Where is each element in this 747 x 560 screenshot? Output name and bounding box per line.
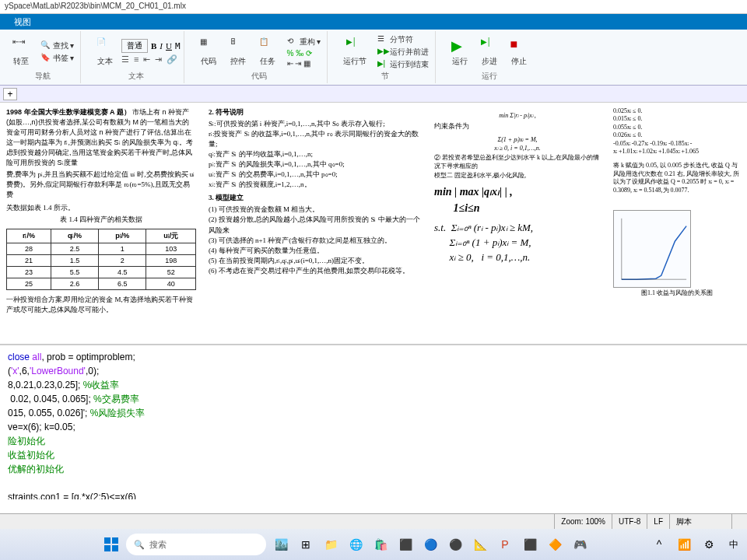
bold-button[interactable]: B [151, 41, 156, 51]
search-icon: 🔍 [134, 540, 145, 550]
chevron-down-icon: ▾ [70, 41, 74, 50]
table-header-row: rᵢ/% qᵢ/% pᵢ/% uᵢ/元 [7, 229, 196, 243]
chrome-icon[interactable]: 🔵 [420, 534, 440, 555]
task-icon: 📋 [259, 37, 276, 54]
mono-button[interactable]: M [175, 41, 181, 51]
run-advance-button[interactable]: ▶▶运行并前进 [374, 46, 432, 58]
bullet-list-icon[interactable]: ☰ [121, 54, 129, 65]
store-icon[interactable]: 🛍️ [370, 534, 391, 555]
play-icon: ▶ [451, 37, 468, 54]
goto-icon: ⇤⇥ [12, 37, 30, 54]
risk-return-chart [613, 210, 691, 288]
underline-button[interactable]: U [166, 41, 172, 51]
tray-icon-1[interactable]: 📶 [674, 534, 694, 555]
chevron-down-icon: ▾ [317, 37, 321, 46]
svg-rect-3 [112, 537, 118, 544]
tray-icon-2[interactable]: ⚙ [699, 534, 719, 555]
ribbon-group-text: 📄文本 普通 B I U M ☰ ≡ ⇤ ⇥ 🔗 文本 [89, 31, 184, 83]
chart-title: 图1.1 收益与风险的关系图 [613, 289, 741, 297]
code-icon: ▦ [200, 37, 217, 54]
outdent-icon[interactable]: ⇤ [143, 54, 150, 65]
taskview-icon[interactable]: ⊞ [296, 534, 316, 555]
ribbon-tabbar: 视图 [0, 14, 747, 30]
percent-button[interactable]: % ‰ ⟳ [284, 48, 324, 58]
svg-rect-2 [104, 537, 110, 544]
constraint-formula: s.t. Σᵢ₌₀ⁿ (rᵢ - pᵢ)xᵢ ≥ kM, Σᵢ₌₀ⁿ (1 + … [434, 221, 601, 265]
refactor-button[interactable]: ⟲重构▾ [284, 36, 324, 48]
tray-chevron-icon[interactable]: ^ [649, 534, 669, 555]
task-button[interactable]: 📋任务 [254, 36, 281, 68]
language-status[interactable]: 脚本 [669, 514, 731, 529]
code-area[interactable]: close all, prob = optimproblem; ('x',6,'… [0, 344, 747, 499]
refactor-icon: ⟲ [287, 37, 298, 47]
italic-button[interactable]: I [160, 41, 163, 51]
goto-button[interactable]: ⇤⇥ 转至 [8, 36, 34, 68]
search-icon: 🔍 [40, 40, 51, 51]
explorer-icon[interactable]: 📁 [321, 534, 341, 555]
eol-status[interactable]: LF [647, 514, 669, 529]
new-tab-button[interactable]: + [3, 88, 17, 100]
step-icon: ▶│ [481, 37, 498, 54]
run-end-button[interactable]: ▶|运行到结束 [374, 58, 432, 71]
ribbon: ⇤⇥ 转至 🔍查找▾ 🔖书签▾ 导航 📄文本 普通 B I U M [0, 30, 747, 86]
app-icon-3[interactable]: ⬛ [520, 534, 540, 555]
problem-title: 1998 年全国大学生数学建模竞赛 A 题） [6, 108, 131, 116]
table-row: 235.54.552 [7, 266, 196, 278]
bookmark-button[interactable]: 🔖书签▾ [37, 52, 77, 65]
stop-button[interactable]: ■停止 [506, 36, 532, 68]
encoding-status[interactable]: UTF-8 [612, 514, 647, 529]
indent-code-button[interactable]: ⇤ ⇥ ▦ [284, 58, 324, 68]
play-end-icon: ▶| [377, 59, 388, 70]
play-adv-icon: ▶▶ [377, 47, 388, 58]
text-button[interactable]: 📄文本 [92, 36, 118, 68]
app-icon-1[interactable]: ⬛ [395, 534, 416, 555]
editor-area: 1998 年全国大学生数学建模竞赛 A 题） 市场上有 n 种资产(如股…,n)… [0, 103, 747, 513]
bookmark-icon: 🔖 [40, 53, 51, 64]
app-icon-2[interactable]: ⚫ [445, 534, 465, 555]
split-button[interactable]: ☰分节符 [374, 33, 432, 46]
svg-rect-5 [112, 545, 118, 551]
run-button[interactable]: ▶运行 [447, 36, 473, 68]
text-icon: 📄 [96, 37, 114, 54]
document-area[interactable]: 1998 年全国大学生数学建模竞赛 A 题） 市场上有 n 种资产(如股…,n)… [0, 103, 747, 344]
taskbar-search[interactable]: 🔍搜索 [126, 534, 266, 555]
table-row: 252.66.540 [7, 278, 196, 289]
windows-taskbar: 🔍搜索 🏙️ ⊞ 📁 🌐 🛍️ ⬛ 🔵 ⚫ 📐 P ⬛ 🔶 🎮 ^ 📶 ⚙ 中 [0, 529, 747, 560]
tab-view[interactable]: 视图 [0, 14, 45, 30]
control-button[interactable]: 🎚控件 [225, 36, 251, 68]
play-bar-icon: ▶│ [346, 37, 363, 54]
table-row: 211.52198 [7, 254, 196, 266]
table-title: 表 1.4 四种资产的相关数据 [6, 215, 196, 225]
ribbon-group-code: ▦代码 🎚控件 📋任务 ⟲重构▾ % ‰ ⟳ ⇤ ⇥ ▦ 代码 [192, 31, 328, 83]
slider-icon: 🎚 [230, 37, 247, 54]
link-icon[interactable]: 🔗 [167, 54, 177, 65]
asset-table: rᵢ/% qᵢ/% pᵢ/% uᵢ/元 282.51103 211.52198 … [6, 229, 196, 290]
matlab-icon[interactable]: 📐 [470, 534, 490, 555]
svg-rect-4 [104, 545, 110, 551]
code-button[interactable]: ▦代码 [195, 36, 222, 68]
stop-icon: ■ [510, 37, 528, 54]
ribbon-group-nav: ⇤⇥ 转至 🔍查找▾ 🔖书签▾ 导航 [5, 31, 81, 83]
edge-icon[interactable]: 🌐 [345, 534, 366, 555]
weather-icon[interactable]: 🏙️ [271, 534, 291, 555]
table-row: 282.51103 [7, 243, 196, 254]
app-icon-5[interactable]: 🎮 [570, 534, 590, 555]
run-section-button[interactable]: ▶│运行节 [338, 36, 371, 68]
ribbon-group-run: ▶运行 ▶│步进 ■停止 运行 [444, 31, 535, 83]
start-button[interactable] [101, 534, 121, 555]
step-button[interactable]: ▶│步进 [476, 36, 503, 68]
objective-formula: min | max |qᵢxᵢ| | , 1≤i≤n [434, 184, 601, 216]
style-normal[interactable]: 普通 [121, 39, 148, 53]
status-bar: Zoom: 100% UTF-8 LF 脚本 [0, 513, 747, 529]
indent-icon[interactable]: ⇥ [155, 54, 162, 65]
file-path: ySpace\MatLab\R2023b\bin\MCM_20_CH01_01.… [5, 2, 186, 10]
number-list-icon[interactable]: ≡ [134, 54, 139, 65]
chevron-down-icon: ▾ [70, 54, 74, 62]
app-icon-4[interactable]: 🔶 [545, 534, 565, 555]
file-tab-bar: + [0, 86, 747, 103]
ribbon-group-section: ▶│运行节 ☰分节符 ▶▶运行并前进 ▶|运行到结束 节 [335, 31, 436, 83]
powerpoint-icon[interactable]: P [495, 534, 515, 555]
find-button[interactable]: 🔍查找▾ [37, 40, 77, 52]
ime-button[interactable]: 中 [724, 534, 744, 555]
zoom-status[interactable]: Zoom: 100% [554, 514, 612, 529]
